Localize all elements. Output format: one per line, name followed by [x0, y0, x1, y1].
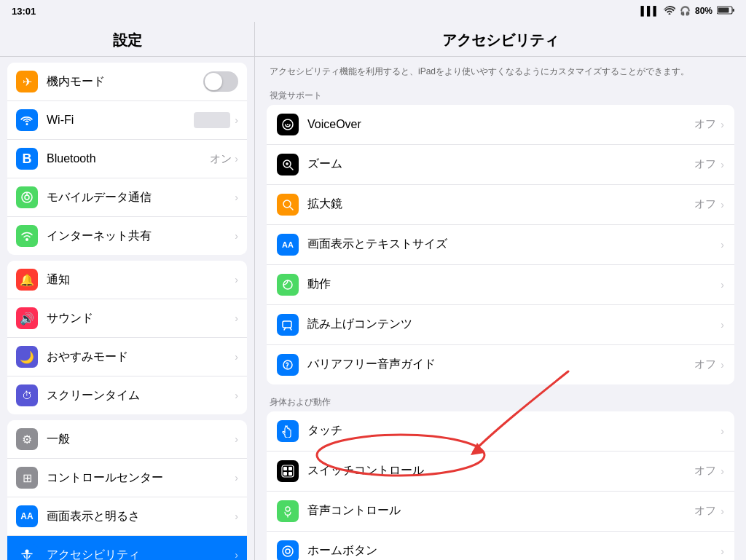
sidebar-item-screentime[interactable]: ⏱ スクリーンタイム ›: [7, 376, 247, 414]
wifi-label: Wi-Fi: [47, 114, 194, 127]
sounds-chevron: ›: [235, 312, 238, 324]
settings-row-display-text[interactable]: AA 画面表示とテキストサイズ ›: [267, 225, 734, 265]
settings-row-switch-control[interactable]: スイッチコントロール オフ ›: [267, 451, 734, 492]
zoom-icon: [277, 154, 299, 176]
settings-row-touch[interactable]: タッチ ›: [267, 411, 734, 451]
magnifier-value: オフ: [694, 197, 716, 211]
airplane-icon: ✈: [16, 71, 38, 92]
notifications-icon: 🔔: [16, 269, 38, 291]
vision-support-group: VoiceOver オフ › ズーム オフ › 拡大鏡: [267, 105, 734, 384]
settings-row-home-button[interactable]: ホームボタン ›: [267, 532, 734, 560]
magnifier-icon: [277, 194, 299, 216]
sidebar-item-display[interactable]: AA 画面表示と明るさ ›: [7, 497, 247, 536]
magnifier-chevron: ›: [721, 199, 724, 210]
switch-control-label: スイッチコントロール: [307, 463, 694, 478]
cellular-icon: [16, 186, 38, 208]
voice-control-label: 音声コントロール: [307, 503, 694, 518]
sounds-label: サウンド: [47, 311, 235, 326]
settings-row-zoom[interactable]: ズーム オフ ›: [267, 145, 734, 185]
sidebar-item-wifi[interactable]: Wi-Fi ›: [7, 101, 247, 140]
hotspot-label: インターネット共有: [47, 229, 235, 244]
sidebar-item-controlcenter[interactable]: ⊞ コントロールセンター ›: [7, 459, 247, 497]
screentime-chevron: ›: [235, 390, 238, 401]
screentime-label: スクリーンタイム: [47, 388, 235, 403]
svg-point-25: [286, 507, 290, 511]
voice-control-chevron: ›: [721, 505, 724, 517]
sidebar-item-sounds[interactable]: 🔊 サウンド ›: [7, 299, 247, 338]
sidebar-item-hotspot[interactable]: インターネット共有 ›: [7, 217, 247, 255]
wifi-chevron: ›: [235, 114, 238, 126]
sidebar: 設定 ✈ 機内モード Wi-Fi › B: [0, 22, 255, 560]
svg-rect-2: [718, 7, 729, 12]
voiceover-label: VoiceOver: [307, 118, 694, 131]
sidebar-item-general[interactable]: ⚙ 一般 ›: [7, 420, 247, 459]
battery-icon: [717, 6, 734, 17]
sidebar-item-cellular[interactable]: モバイルデータ通信 ›: [7, 178, 247, 217]
switch-control-chevron: ›: [721, 465, 724, 477]
general-icon: ⚙: [16, 428, 38, 450]
audio-guide-chevron: ›: [721, 359, 724, 371]
voice-control-value: オフ: [694, 504, 716, 518]
sidebar-item-accessibility[interactable]: アクセシビリティ ›: [7, 536, 247, 560]
settings-row-voiceover[interactable]: VoiceOver オフ ›: [267, 105, 734, 145]
accessibility-icon: [16, 544, 38, 560]
sounds-icon: 🔊: [16, 307, 38, 329]
display-text-chevron: ›: [721, 239, 724, 251]
svg-point-19: [286, 367, 288, 368]
spoken-icon: [277, 314, 299, 336]
right-content[interactable]: アクセシビリティ機能を利用すると、iPadをより使いやすくなるようにカスタマイズ…: [255, 57, 746, 560]
settings-row-voice-control[interactable]: 音声コントロール オフ ›: [267, 492, 734, 532]
accessibility-chevron: ›: [235, 549, 238, 560]
settings-row-audio-guide[interactable]: バリアフリー音声ガイド オフ ›: [267, 345, 734, 384]
display-label: 画面表示と明るさ: [47, 509, 235, 524]
audio-guide-label: バリアフリー音声ガイド: [307, 357, 694, 372]
motion-chevron: ›: [721, 279, 724, 291]
touch-label: タッチ: [307, 423, 721, 438]
signal-icon: ▌▌▌: [640, 6, 659, 16]
settings-row-spoken[interactable]: 読み上げコンテンツ ›: [267, 305, 734, 345]
sidebar-section-2: 🔔 通知 › 🔊 サウンド › 🌙 おやすみモード › ⏱ スクリーンタイム: [7, 261, 247, 414]
bluetooth-label: Bluetooth: [47, 152, 210, 165]
cellular-label: モバイルデータ通信: [47, 190, 235, 205]
zoom-label: ズーム: [307, 157, 694, 172]
physical-group: タッチ › スイッチコントロール オフ › 音声コントロール オフ: [267, 411, 734, 560]
hotspot-chevron: ›: [235, 230, 238, 242]
sidebar-item-airplane[interactable]: ✈ 機内モード: [7, 63, 247, 101]
sidebar-list[interactable]: ✈ 機内モード Wi-Fi › B Bluetooth オン ›: [0, 57, 254, 560]
sidebar-item-notifications[interactable]: 🔔 通知 ›: [7, 261, 247, 299]
sidebar-item-donotdisturb[interactable]: 🌙 おやすみモード ›: [7, 338, 247, 376]
airplane-toggle[interactable]: [203, 71, 238, 92]
display-icon: AA: [16, 505, 38, 527]
status-icons: ▌▌▌ 🎧 80%: [640, 6, 734, 17]
right-panel-title: アクセシビリティ: [255, 22, 746, 57]
svg-point-6: [25, 238, 28, 241]
home-button-icon: [277, 540, 299, 560]
spoken-chevron: ›: [721, 319, 724, 331]
sidebar-item-bluetooth[interactable]: B Bluetooth オン ›: [7, 140, 247, 178]
settings-row-motion[interactable]: 動作 ›: [267, 265, 734, 305]
voice-control-icon: [277, 500, 299, 522]
svg-rect-24: [288, 472, 292, 476]
donotdisturb-chevron: ›: [235, 351, 238, 363]
screentime-icon: ⏱: [16, 384, 38, 406]
bluetooth-value: オン: [210, 152, 232, 166]
switch-control-value: オフ: [694, 464, 716, 478]
svg-point-9: [287, 124, 288, 125]
cellular-chevron: ›: [235, 192, 238, 203]
switch-control-icon: [277, 460, 299, 482]
controlcenter-icon: ⊞: [16, 467, 38, 489]
display-text-icon: AA: [277, 234, 299, 256]
magnifier-label: 拡大鏡: [307, 197, 694, 212]
voiceover-chevron: ›: [721, 119, 724, 130]
svg-rect-22: [288, 467, 292, 470]
svg-rect-17: [283, 321, 291, 328]
sidebar-title: 設定: [0, 22, 254, 57]
svg-point-27: [283, 546, 293, 556]
zoom-value: オフ: [694, 157, 716, 171]
settings-row-magnifier[interactable]: 拡大鏡 オフ ›: [267, 185, 734, 225]
notifications-label: 通知: [47, 272, 235, 288]
spoken-label: 読み上げコンテンツ: [307, 317, 721, 332]
svg-point-4: [25, 195, 29, 200]
display-chevron: ›: [235, 510, 238, 522]
svg-line-15: [290, 207, 293, 210]
